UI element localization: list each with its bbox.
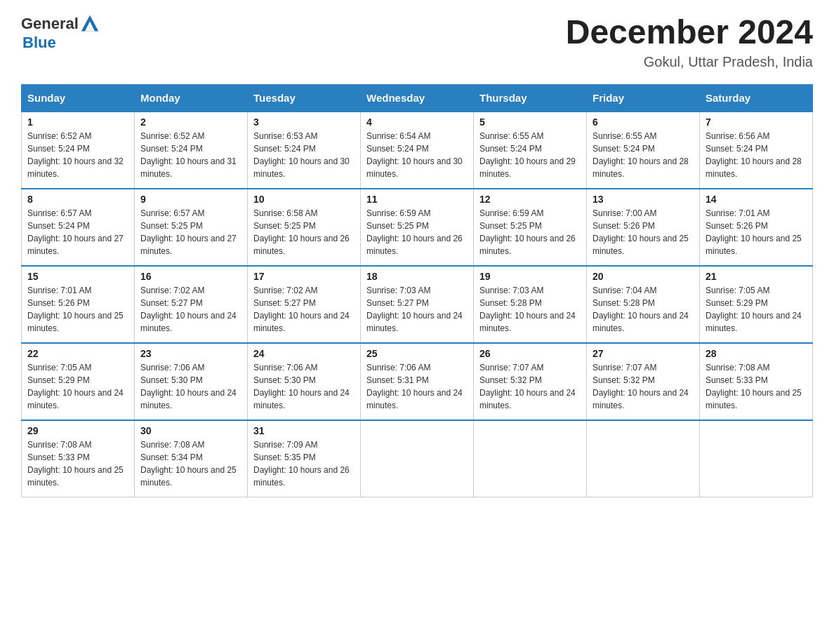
- day-info: Sunrise: 7:03 AMSunset: 5:28 PMDaylight:…: [479, 286, 576, 333]
- day-number: 25: [366, 348, 468, 359]
- col-tuesday: Tuesday: [248, 84, 361, 112]
- col-friday: Friday: [587, 84, 700, 112]
- day-number: 11: [366, 194, 468, 205]
- day-number: 23: [140, 348, 241, 359]
- page-title: December 2024: [566, 14, 813, 51]
- day-number: 16: [140, 271, 241, 282]
- day-info: Sunrise: 7:05 AMSunset: 5:29 PMDaylight:…: [706, 286, 802, 333]
- day-number: 31: [253, 425, 355, 436]
- day-info: Sunrise: 6:54 AMSunset: 5:24 PMDaylight:…: [366, 131, 463, 179]
- calendar-cell: 2 Sunrise: 6:52 AMSunset: 5:24 PMDayligh…: [135, 112, 248, 189]
- week-row-2: 8 Sunrise: 6:57 AMSunset: 5:24 PMDayligh…: [22, 189, 813, 266]
- day-info: Sunrise: 7:01 AMSunset: 5:26 PMDaylight:…: [706, 208, 802, 256]
- day-number: 9: [140, 194, 241, 205]
- week-row-4: 22 Sunrise: 7:05 AMSunset: 5:29 PMDaylig…: [22, 343, 813, 420]
- day-number: 3: [253, 116, 355, 128]
- calendar-cell: 21 Sunrise: 7:05 AMSunset: 5:29 PMDaylig…: [700, 266, 813, 343]
- day-info: Sunrise: 7:08 AMSunset: 5:33 PMDaylight:…: [27, 440, 124, 488]
- day-number: 29: [27, 425, 128, 436]
- day-number: 4: [366, 116, 468, 128]
- day-number: 19: [479, 271, 581, 282]
- calendar-cell: 3 Sunrise: 6:53 AMSunset: 5:24 PMDayligh…: [248, 112, 361, 189]
- day-info: Sunrise: 6:57 AMSunset: 5:24 PMDaylight:…: [27, 208, 124, 256]
- day-number: 21: [706, 271, 807, 282]
- logo-general-text: General: [21, 15, 79, 33]
- calendar-cell: 9 Sunrise: 6:57 AMSunset: 5:25 PMDayligh…: [135, 189, 248, 266]
- day-info: Sunrise: 6:58 AMSunset: 5:25 PMDaylight:…: [253, 208, 350, 256]
- col-sunday: Sunday: [22, 84, 135, 112]
- calendar-cell: [361, 420, 474, 497]
- page-header: General Blue December 2024 Gokul, Uttar …: [21, 14, 813, 70]
- day-number: 7: [706, 116, 807, 128]
- calendar-cell: 1 Sunrise: 6:52 AMSunset: 5:24 PMDayligh…: [22, 112, 135, 189]
- day-info: Sunrise: 6:55 AMSunset: 5:24 PMDaylight:…: [593, 131, 689, 179]
- calendar-cell: [700, 420, 813, 497]
- calendar-cell: [474, 420, 587, 497]
- day-info: Sunrise: 6:59 AMSunset: 5:25 PMDaylight:…: [479, 208, 576, 256]
- calendar-cell: 30 Sunrise: 7:08 AMSunset: 5:34 PMDaylig…: [135, 420, 248, 497]
- col-wednesday: Wednesday: [361, 84, 474, 112]
- calendar-cell: 25 Sunrise: 7:06 AMSunset: 5:31 PMDaylig…: [361, 343, 474, 420]
- calendar-cell: 7 Sunrise: 6:56 AMSunset: 5:24 PMDayligh…: [700, 112, 813, 189]
- day-info: Sunrise: 6:59 AMSunset: 5:25 PMDaylight:…: [366, 208, 463, 256]
- calendar-cell: 18 Sunrise: 7:03 AMSunset: 5:27 PMDaylig…: [361, 266, 474, 343]
- col-monday: Monday: [135, 84, 248, 112]
- day-number: 27: [593, 348, 694, 359]
- week-row-1: 1 Sunrise: 6:52 AMSunset: 5:24 PMDayligh…: [22, 112, 813, 189]
- calendar-cell: 22 Sunrise: 7:05 AMSunset: 5:29 PMDaylig…: [22, 343, 135, 420]
- logo: General Blue: [21, 14, 100, 52]
- calendar-cell: 24 Sunrise: 7:06 AMSunset: 5:30 PMDaylig…: [248, 343, 361, 420]
- day-number: 28: [706, 348, 807, 359]
- calendar-cell: 10 Sunrise: 6:58 AMSunset: 5:25 PMDaylig…: [248, 189, 361, 266]
- day-info: Sunrise: 7:00 AMSunset: 5:26 PMDaylight:…: [593, 208, 689, 256]
- day-info: Sunrise: 6:53 AMSunset: 5:24 PMDaylight:…: [253, 131, 350, 179]
- calendar-body: 1 Sunrise: 6:52 AMSunset: 5:24 PMDayligh…: [22, 112, 813, 497]
- week-row-3: 15 Sunrise: 7:01 AMSunset: 5:26 PMDaylig…: [22, 266, 813, 343]
- calendar-cell: 15 Sunrise: 7:01 AMSunset: 5:26 PMDaylig…: [22, 266, 135, 343]
- day-number: 17: [253, 271, 355, 282]
- day-number: 24: [253, 348, 355, 359]
- day-number: 13: [593, 194, 694, 205]
- calendar-cell: 14 Sunrise: 7:01 AMSunset: 5:26 PMDaylig…: [700, 189, 813, 266]
- day-info: Sunrise: 6:57 AMSunset: 5:25 PMDaylight:…: [140, 208, 237, 256]
- calendar-cell: 20 Sunrise: 7:04 AMSunset: 5:28 PMDaylig…: [587, 266, 700, 343]
- day-number: 18: [366, 271, 468, 282]
- calendar-cell: 28 Sunrise: 7:08 AMSunset: 5:33 PMDaylig…: [700, 343, 813, 420]
- calendar-cell: 26 Sunrise: 7:07 AMSunset: 5:32 PMDaylig…: [474, 343, 587, 420]
- calendar-cell: 17 Sunrise: 7:02 AMSunset: 5:27 PMDaylig…: [248, 266, 361, 343]
- week-row-5: 29 Sunrise: 7:08 AMSunset: 5:33 PMDaylig…: [22, 420, 813, 497]
- calendar-cell: 31 Sunrise: 7:09 AMSunset: 5:35 PMDaylig…: [248, 420, 361, 497]
- day-number: 14: [706, 194, 807, 205]
- day-info: Sunrise: 6:52 AMSunset: 5:24 PMDaylight:…: [27, 131, 124, 179]
- day-number: 1: [27, 116, 128, 128]
- day-info: Sunrise: 7:02 AMSunset: 5:27 PMDaylight:…: [140, 286, 237, 333]
- day-number: 6: [593, 116, 694, 128]
- calendar-cell: 13 Sunrise: 7:00 AMSunset: 5:26 PMDaylig…: [587, 189, 700, 266]
- day-info: Sunrise: 7:06 AMSunset: 5:31 PMDaylight:…: [366, 363, 463, 410]
- calendar-cell: 27 Sunrise: 7:07 AMSunset: 5:32 PMDaylig…: [587, 343, 700, 420]
- day-info: Sunrise: 7:06 AMSunset: 5:30 PMDaylight:…: [253, 363, 350, 410]
- day-info: Sunrise: 7:08 AMSunset: 5:34 PMDaylight:…: [140, 440, 237, 488]
- col-thursday: Thursday: [474, 84, 587, 112]
- day-info: Sunrise: 7:06 AMSunset: 5:30 PMDaylight:…: [140, 363, 237, 410]
- day-info: Sunrise: 7:03 AMSunset: 5:27 PMDaylight:…: [366, 286, 463, 333]
- title-area: December 2024 Gokul, Uttar Pradesh, Indi…: [566, 14, 813, 70]
- calendar-cell: 5 Sunrise: 6:55 AMSunset: 5:24 PMDayligh…: [474, 112, 587, 189]
- day-number: 12: [479, 194, 581, 205]
- day-number: 26: [479, 348, 581, 359]
- day-number: 2: [140, 116, 241, 128]
- calendar-cell: 11 Sunrise: 6:59 AMSunset: 5:25 PMDaylig…: [361, 189, 474, 266]
- day-info: Sunrise: 7:08 AMSunset: 5:33 PMDaylight:…: [706, 363, 802, 410]
- day-number: 20: [593, 271, 694, 282]
- day-number: 5: [479, 116, 581, 128]
- day-number: 15: [27, 271, 128, 282]
- day-info: Sunrise: 7:02 AMSunset: 5:27 PMDaylight:…: [253, 286, 350, 333]
- calendar-cell: [587, 420, 700, 497]
- day-info: Sunrise: 7:07 AMSunset: 5:32 PMDaylight:…: [479, 363, 576, 410]
- calendar-cell: 6 Sunrise: 6:55 AMSunset: 5:24 PMDayligh…: [587, 112, 700, 189]
- calendar-cell: 12 Sunrise: 6:59 AMSunset: 5:25 PMDaylig…: [474, 189, 587, 266]
- calendar-cell: 16 Sunrise: 7:02 AMSunset: 5:27 PMDaylig…: [135, 266, 248, 343]
- calendar-cell: 19 Sunrise: 7:03 AMSunset: 5:28 PMDaylig…: [474, 266, 587, 343]
- logo-icon: [80, 14, 100, 34]
- calendar-cell: 4 Sunrise: 6:54 AMSunset: 5:24 PMDayligh…: [361, 112, 474, 189]
